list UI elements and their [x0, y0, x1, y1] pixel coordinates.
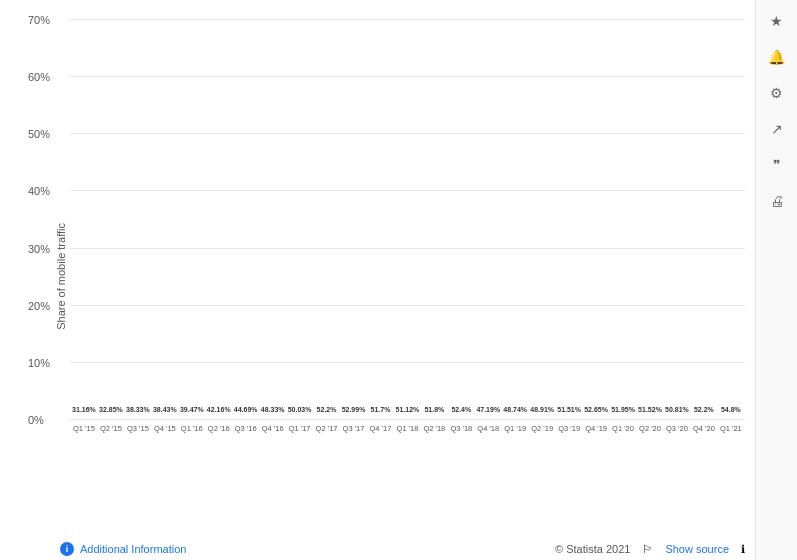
bar-value-label: 52.65%	[584, 406, 608, 413]
sidebar: ★ 🔔 ⚙ ↗ ❞ 🖨	[755, 0, 797, 560]
quote-icon[interactable]: ❞	[766, 154, 788, 176]
bar-value-label: 38.33%	[126, 406, 150, 413]
bar-value-label: 47.19%	[476, 406, 500, 413]
additional-info-link[interactable]: Additional Information	[80, 543, 186, 555]
y-axis-tick-label: 70%	[28, 14, 50, 26]
y-axis-tick-label: 50%	[28, 128, 50, 140]
bar-value-label: 31.16%	[72, 406, 96, 413]
bar-value-label: 51.8%	[424, 406, 444, 413]
bar-value-label: 51.52%	[638, 406, 662, 413]
bar-value-label: 32.85%	[99, 406, 123, 413]
x-axis-tick-label: Q4 '19	[584, 420, 608, 450]
x-axis-tick-label: Q1 '19	[503, 420, 527, 450]
x-axis-tick-label: Q1 '16	[180, 420, 204, 450]
show-source-link[interactable]: Show source	[665, 543, 729, 555]
bar-value-label: 52.2%	[317, 406, 337, 413]
x-axis-tick-label: Q4 '17	[368, 420, 392, 450]
chart-region: 0%10%20%30%40%50%60%70% 31.16%32.85%38.3…	[70, 20, 745, 450]
y-axis-tick-label: 30%	[28, 243, 50, 255]
chart-area: Share of mobile traffic 0%10%20%30%40%50…	[0, 0, 755, 560]
x-axis-tick-label: Q2 '20	[638, 420, 662, 450]
x-axis-tick-label: Q2 '15	[99, 420, 123, 450]
y-axis-tick-label: 40%	[28, 185, 50, 197]
bar-value-label: 52.99%	[342, 406, 366, 413]
bar-value-label: 38.43%	[153, 406, 177, 413]
x-axis-tick-label: Q1 '21	[719, 420, 743, 450]
bar-value-label: 54.8%	[721, 406, 741, 413]
bar-value-label: 52.2%	[694, 406, 714, 413]
bar-value-label: 39.47%	[180, 406, 204, 413]
x-axis-tick-label: Q4 '20	[692, 420, 716, 450]
x-axis-tick-label: Q3 '17	[342, 420, 366, 450]
bar-value-label: 52.4%	[451, 406, 471, 413]
x-axis-labels: Q1 '15Q2 '15Q3 '15Q4 '15Q1 '16Q2 '16Q3 '…	[70, 420, 745, 450]
x-axis-tick-label: Q3 '18	[449, 420, 473, 450]
x-axis-tick-label: Q1 '18	[395, 420, 419, 450]
y-axis-tick-label: 10%	[28, 357, 50, 369]
share-icon[interactable]: ↗	[766, 118, 788, 140]
x-axis-tick-label: Q4 '15	[153, 420, 177, 450]
x-axis-tick-label: Q4 '16	[261, 420, 285, 450]
bar-value-label: 48.91%	[530, 406, 554, 413]
bar-value-label: 51.12%	[396, 406, 420, 413]
y-axis-label: Share of mobile traffic	[55, 223, 67, 330]
star-icon[interactable]: ★	[766, 10, 788, 32]
info-icon[interactable]: i	[60, 542, 74, 556]
bar-value-label: 50.03%	[288, 406, 312, 413]
print-icon[interactable]: 🖨	[766, 190, 788, 212]
x-axis-tick-label: Q3 '16	[234, 420, 258, 450]
x-axis-tick-label: Q4 '18	[476, 420, 500, 450]
bar-value-label: 42.16%	[207, 406, 231, 413]
footer-right: © Statista 2021 🏳 Show source ℹ	[555, 543, 745, 556]
footer-left: i Additional Information	[60, 542, 186, 556]
x-axis-tick-label: Q2 '18	[422, 420, 446, 450]
x-axis-tick-label: Q3 '19	[557, 420, 581, 450]
y-axis-tick-label: 20%	[28, 300, 50, 312]
bar-value-label: 48.33%	[261, 406, 285, 413]
bar-value-label: 51.7%	[371, 406, 391, 413]
x-axis-tick-label: Q1 '20	[611, 420, 635, 450]
bar-value-label: 50.81%	[665, 406, 689, 413]
x-axis-tick-label: Q1 '17	[288, 420, 312, 450]
x-axis-tick-label: Q2 '16	[207, 420, 231, 450]
bars-container: 31.16%32.85%38.33%38.43%39.47%42.16%44.6…	[70, 20, 745, 420]
x-axis-tick-label: Q1 '15	[72, 420, 96, 450]
bar-value-label: 44.69%	[234, 406, 258, 413]
x-axis-tick-label: Q3 '15	[126, 420, 150, 450]
y-axis-tick-label: 0%	[28, 414, 44, 426]
x-axis-tick-label: Q2 '19	[530, 420, 554, 450]
bar-value-label: 48.74%	[503, 406, 527, 413]
x-axis-tick-label: Q2 '17	[315, 420, 339, 450]
statista-credit: © Statista 2021	[555, 543, 630, 555]
footer: i Additional Information © Statista 2021…	[60, 542, 745, 556]
x-axis-tick-label: Q3 '20	[665, 420, 689, 450]
y-axis-tick-label: 60%	[28, 71, 50, 83]
bell-icon[interactable]: 🔔	[766, 46, 788, 68]
bar-value-label: 51.51%	[557, 406, 581, 413]
bar-value-label: 51.95%	[611, 406, 635, 413]
gear-icon[interactable]: ⚙	[766, 82, 788, 104]
